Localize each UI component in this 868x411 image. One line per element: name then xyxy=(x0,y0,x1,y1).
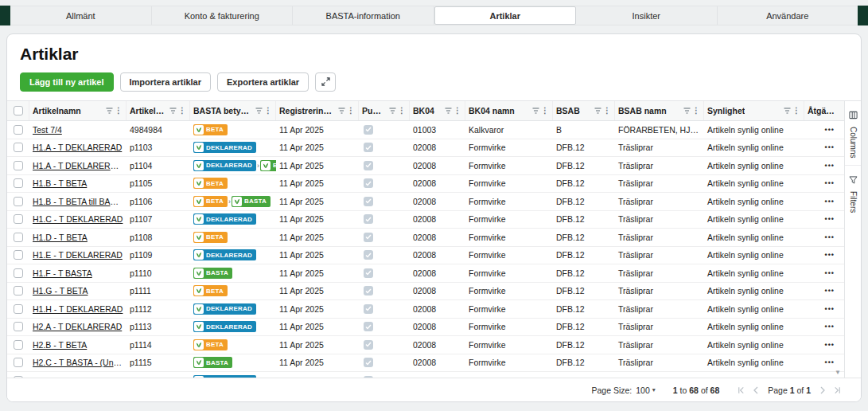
row-actions-button[interactable]: ••• xyxy=(804,323,844,331)
article-name-link[interactable]: Test 7/4 xyxy=(33,125,62,135)
tab-insikter[interactable]: Insikter xyxy=(576,6,718,25)
rail-columns-button[interactable]: Columns xyxy=(845,101,861,165)
column-menu-icon[interactable]: ⋮ xyxy=(398,107,406,115)
article-name-link[interactable]: H1.E - T DEKLARERAD xyxy=(33,250,123,260)
published-checkbox[interactable] xyxy=(364,286,373,296)
row-checkbox[interactable] xyxy=(14,233,23,242)
page-size-select[interactable]: 100 ▾ xyxy=(636,386,656,395)
column-filter-icon[interactable] xyxy=(594,106,601,115)
column-header[interactable]: BK04 ⋮ xyxy=(410,101,465,120)
column-menu-icon[interactable]: ⋮ xyxy=(541,107,549,115)
row-actions-button[interactable]: ••• xyxy=(804,287,844,295)
row-actions-button[interactable]: ••• xyxy=(804,143,844,151)
column-menu-icon[interactable]: ⋮ xyxy=(347,107,355,115)
column-menu-icon[interactable]: ⋮ xyxy=(115,107,123,115)
row-actions-button[interactable]: ••• xyxy=(804,251,844,259)
column-filter-icon[interactable] xyxy=(532,106,539,115)
column-header[interactable]: Registreringsdatum ⋮ xyxy=(276,101,359,120)
row-actions-button[interactable]: ••• xyxy=(804,179,844,187)
column-filter-icon[interactable] xyxy=(255,106,263,115)
published-checkbox[interactable] xyxy=(364,233,373,242)
column-header[interactable]: BSAB ⋮ xyxy=(553,101,615,120)
article-name-link[interactable]: H1.D - T BETA xyxy=(33,233,88,242)
column-menu-icon[interactable]: ⋮ xyxy=(264,107,272,115)
column-menu-icon[interactable]: ⋮ xyxy=(692,107,700,115)
row-actions-button[interactable]: ••• xyxy=(804,341,844,349)
published-checkbox[interactable] xyxy=(364,304,373,314)
import-articles-button[interactable]: Importera artiklar xyxy=(120,72,211,92)
row-actions-button[interactable]: ••• xyxy=(804,198,844,206)
published-checkbox[interactable] xyxy=(364,268,373,278)
column-menu-icon[interactable]: ⋮ xyxy=(453,107,461,115)
column-header[interactable]: BASTA betygsnivå ⋮ xyxy=(190,101,276,120)
published-checkbox[interactable] xyxy=(364,214,373,224)
published-checkbox[interactable] xyxy=(364,376,373,378)
row-actions-button[interactable]: ••• xyxy=(804,305,844,313)
first-page-button[interactable] xyxy=(737,386,745,394)
column-header[interactable]: Åtgärder xyxy=(804,101,844,120)
row-actions-button[interactable]: ••• xyxy=(804,162,844,170)
row-checkbox[interactable] xyxy=(14,358,23,367)
row-actions-button[interactable]: ••• xyxy=(804,126,844,134)
published-checkbox[interactable] xyxy=(364,161,373,170)
article-name-link[interactable]: H1.F - T BASTA xyxy=(33,268,92,278)
row-checkbox[interactable] xyxy=(14,340,23,350)
row-checkbox[interactable] xyxy=(14,286,23,296)
select-all-checkbox[interactable] xyxy=(14,106,23,115)
column-filter-icon[interactable] xyxy=(389,106,396,115)
article-name-link[interactable]: H1.A - T DEKLARERAD xyxy=(33,143,122,152)
article-name-link[interactable]: H2.C - T BASTA - (Unda... xyxy=(33,358,127,367)
published-checkbox[interactable] xyxy=(364,197,373,206)
article-name-link[interactable]: H1.A - T DEKLARERAD t... xyxy=(33,161,127,170)
tab-allmant[interactable]: Allmänt xyxy=(10,6,152,25)
row-checkbox[interactable] xyxy=(14,304,23,314)
row-checkbox[interactable] xyxy=(14,178,23,188)
last-page-button[interactable] xyxy=(833,386,842,394)
article-name-link[interactable]: H1.H - T DEKLARERAD xyxy=(33,304,123,314)
row-checkbox[interactable] xyxy=(14,161,23,170)
column-header[interactable]: Artikelnamn ⋮ xyxy=(29,101,127,120)
row-checkbox[interactable] xyxy=(14,143,23,152)
published-checkbox[interactable] xyxy=(364,178,373,188)
article-name-link[interactable]: H1.C - T DEKLARERAD xyxy=(33,214,123,224)
published-checkbox[interactable] xyxy=(364,340,373,350)
row-actions-button[interactable]: ••• xyxy=(804,377,844,378)
next-page-button[interactable] xyxy=(819,386,826,394)
row-checkbox[interactable] xyxy=(14,197,23,206)
rail-filters-button[interactable]: Filters xyxy=(845,165,861,220)
row-actions-button[interactable]: ••• xyxy=(804,215,844,223)
tab-artiklar[interactable]: Artiklar xyxy=(434,6,577,25)
column-filter-icon[interactable] xyxy=(683,106,691,115)
article-name-link[interactable]: H2.D - T DEKLARERAD xyxy=(33,376,123,378)
published-checkbox[interactable] xyxy=(364,358,373,367)
column-filter-icon[interactable] xyxy=(106,106,113,115)
article-name-link[interactable]: H2.B - T BETA xyxy=(33,340,87,350)
column-header[interactable]: BK04 namn ⋮ xyxy=(465,101,553,120)
column-header[interactable]: Artikelnum... ⋮ xyxy=(127,101,190,120)
scrollbar-down-arrow[interactable]: ▼ xyxy=(835,370,841,376)
column-filter-icon[interactable] xyxy=(169,106,177,115)
previous-page-button[interactable] xyxy=(753,386,759,394)
row-checkbox[interactable] xyxy=(14,214,23,224)
column-header[interactable]: BSAB namn ⋮ xyxy=(615,101,704,120)
column-filter-icon[interactable] xyxy=(784,106,791,115)
row-actions-button[interactable]: ••• xyxy=(804,233,844,241)
published-checkbox[interactable] xyxy=(364,125,373,135)
row-checkbox[interactable] xyxy=(14,250,23,260)
published-checkbox[interactable] xyxy=(364,250,373,260)
tab-basta-information[interactable]: BASTA-information xyxy=(293,6,434,25)
tab-anvandare[interactable]: Användare xyxy=(718,6,858,25)
expand-table-button[interactable] xyxy=(315,72,336,92)
row-checkbox[interactable] xyxy=(14,376,23,378)
tab-konto-fakturering[interactable]: Konto & fakturering xyxy=(152,6,294,25)
export-articles-button[interactable]: Exportera artiklar xyxy=(217,72,309,92)
column-menu-icon[interactable]: ⋮ xyxy=(178,107,186,115)
add-article-button[interactable]: Lägg till ny artikel xyxy=(20,72,114,92)
column-header[interactable]: Publicerad ... ⋮ xyxy=(359,101,410,120)
article-name-link[interactable]: H1.G - T BETA xyxy=(33,286,88,296)
published-checkbox[interactable] xyxy=(364,322,373,331)
column-header[interactable]: Synlighet ⋮ xyxy=(704,101,804,120)
row-checkbox[interactable] xyxy=(14,322,23,331)
published-checkbox[interactable] xyxy=(364,143,373,152)
article-name-link[interactable]: H1.B - T BETA till BASTA xyxy=(33,197,126,206)
